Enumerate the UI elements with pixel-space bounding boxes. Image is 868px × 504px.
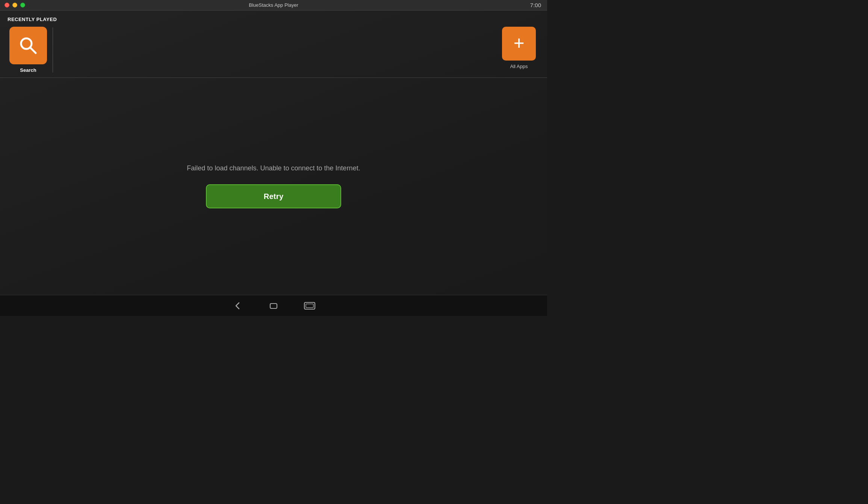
all-apps-area[interactable]: + All Apps bbox=[502, 27, 540, 69]
back-button[interactable] bbox=[231, 299, 244, 313]
apps-row: Search + All Apps bbox=[8, 27, 540, 77]
retry-button[interactable]: Retry bbox=[206, 184, 341, 208]
home-button[interactable] bbox=[267, 299, 280, 313]
back-icon bbox=[232, 301, 243, 311]
app-item-search[interactable]: Search bbox=[8, 27, 49, 73]
maximize-button[interactable] bbox=[20, 3, 25, 8]
search-app-icon bbox=[9, 27, 47, 64]
minimize-button[interactable] bbox=[12, 3, 17, 8]
plus-icon: + bbox=[513, 33, 524, 52]
search-magnifier-icon bbox=[18, 35, 39, 56]
all-apps-icon: + bbox=[502, 27, 536, 61]
section-title: RECENTLY PLAYED bbox=[8, 17, 540, 22]
close-button[interactable] bbox=[5, 3, 9, 8]
apps-left: Search bbox=[8, 27, 57, 73]
svg-line-1 bbox=[30, 47, 36, 53]
home-icon bbox=[268, 301, 279, 311]
title-bar: BlueStacks App Player 7:00 bbox=[0, 0, 547, 11]
search-app-label: Search bbox=[20, 67, 36, 73]
content-area: Failed to load channels. Unable to conne… bbox=[0, 78, 547, 295]
bottom-nav-bar bbox=[0, 295, 547, 316]
error-message: Failed to load channels. Unable to conne… bbox=[187, 164, 360, 172]
recents-button[interactable] bbox=[303, 299, 316, 313]
window-title: BlueStacks App Player bbox=[249, 2, 298, 8]
main-content: RECENTLY PLAYED Search bbox=[0, 11, 547, 295]
recents-icon bbox=[304, 302, 316, 310]
app-list-divider bbox=[53, 27, 53, 73]
all-apps-label: All Apps bbox=[510, 64, 528, 69]
time-display: 7:00 bbox=[530, 2, 541, 8]
recently-played-section: RECENTLY PLAYED Search bbox=[0, 11, 547, 77]
svg-rect-4 bbox=[306, 304, 313, 308]
traffic-lights bbox=[5, 3, 25, 8]
svg-rect-2 bbox=[270, 304, 277, 308]
